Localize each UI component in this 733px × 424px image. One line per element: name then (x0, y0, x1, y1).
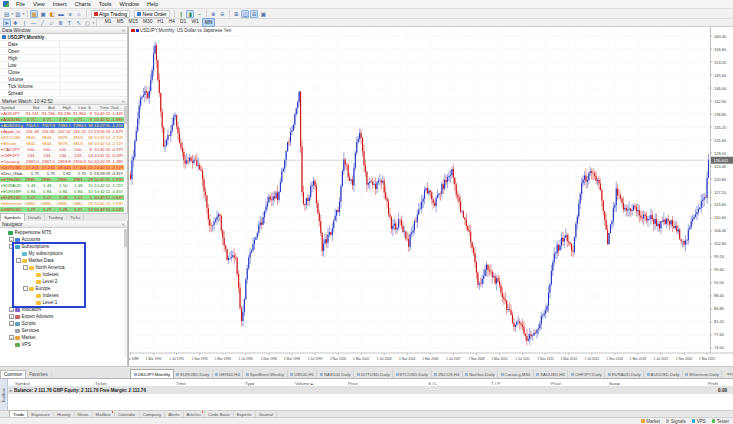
grid-toggle-icon[interactable]: ⊞ (232, 10, 240, 18)
line-chart-icon[interactable]: ~ (195, 10, 203, 18)
column-header[interactable]: Ask (40, 105, 56, 110)
menu-insert[interactable]: Insert (49, 1, 71, 7)
toolbox-col-swap[interactable]: Swap (609, 381, 620, 386)
chart-tab-ethereum-daily[interactable]: Ethereum,Daily (683, 370, 722, 378)
toolbox-col-t-p[interactable]: T / P (491, 381, 500, 386)
menu-view[interactable]: View (29, 1, 49, 7)
expander-icon[interactable]: + (9, 314, 14, 319)
timeframe-m1[interactable]: M1 (103, 18, 114, 27)
crosshair-tool-icon[interactable]: ✚ (12, 19, 20, 27)
toolbox-toggle-icon[interactable]: ▬ (57, 10, 65, 18)
tree-item-indexes[interactable]: Indexes (0, 271, 127, 278)
text-tool-icon[interactable]: T (66, 19, 74, 27)
expander-icon[interactable]: + (9, 237, 14, 242)
tree-item-pepperstone-mt5[interactable]: Pepperstone MT5 (0, 229, 127, 236)
profiles-icon[interactable]: ▥ (14, 10, 22, 18)
chart-tab-jnj-us-h4[interactable]: JNJ.US,H4 (432, 370, 463, 378)
toolbox-vertical-tab[interactable]: Toolbox (0, 379, 8, 411)
expand-icon[interactable]: ▸ (10, 388, 12, 393)
market-watch-scrollbar[interactable] (124, 106, 127, 212)
toolbox-col-symbol[interactable]: Symbol (15, 381, 30, 386)
chart-window[interactable]: 160.40156.80153.20149.60146.00142.40138.… (128, 27, 733, 366)
menu-window[interactable]: Window (116, 1, 144, 7)
timeframe-m30[interactable]: M30 (141, 18, 155, 27)
candles-chart-icon[interactable]: ▮ (186, 10, 194, 18)
tree-item-expert-advisors[interactable]: +Expert Advisors (0, 313, 127, 320)
fibonacci-tool-icon[interactable]: ≣ (57, 19, 65, 27)
toolbox-tab-trade[interactable]: Trade (9, 410, 28, 417)
tab-trading[interactable]: Trading (45, 214, 67, 221)
chart-tab-btcusd-daily[interactable]: BTCUSD,Daily (393, 370, 431, 378)
tab-favorites[interactable]: Favorites (26, 371, 52, 378)
cascade-windows-icon[interactable]: ▣ (259, 10, 267, 18)
chart-tab-nas100-daily[interactable]: NAS100,Daily (317, 370, 354, 378)
algo-trading-button[interactable]: Algo Trading (91, 10, 131, 18)
price-chart[interactable]: 160.40156.80153.20149.60146.00142.40138.… (129, 27, 733, 367)
horizontal-line-tool-icon[interactable]: ― (30, 19, 38, 27)
chart-tab-euraud-daily[interactable]: EURAUD,Daily (605, 370, 644, 378)
menu-help[interactable]: Help (143, 1, 162, 7)
toolbox-col-ticket[interactable]: Ticket (95, 381, 107, 386)
status-vps[interactable]: VPS (692, 419, 706, 424)
vertical-line-tool-icon[interactable]: | (21, 19, 29, 27)
data-window-toggle-icon[interactable]: ▣ (39, 10, 47, 18)
tile-horizontal-icon[interactable]: ◫ (241, 10, 249, 18)
tree-item-my-subscriptions[interactable]: My subscriptions (0, 250, 127, 257)
close-icon[interactable]: ✕ (122, 222, 125, 227)
navigator-toggle-icon[interactable]: ◧ (48, 10, 56, 18)
timeframe-m15[interactable]: M15 (126, 18, 140, 27)
column-header[interactable]: Dail... (110, 105, 123, 110)
tree-item-vps[interactable]: VPS (0, 341, 127, 348)
column-header[interactable]: Bid (24, 105, 40, 110)
tab-common[interactable]: Common (0, 370, 26, 378)
close-icon[interactable]: ✕ (122, 99, 125, 104)
tree-item-market-data[interactable]: -Market Data (0, 257, 127, 264)
menu-charts[interactable]: Charts (70, 1, 94, 7)
chart-tab-ger40-h4[interactable]: GER40,H4 (213, 370, 244, 378)
timeframe-mn[interactable]: MN (202, 18, 216, 27)
new-order-button[interactable]: New Order (134, 10, 170, 18)
market-watch-toggle-icon[interactable]: ▦ (30, 10, 38, 18)
tree-item-level-2[interactable]: Level 2 (0, 278, 127, 285)
zoom-out-icon[interactable]: ⊖ (218, 10, 226, 18)
timeframe-d1[interactable]: D1 (178, 18, 189, 27)
expander-icon[interactable]: + (9, 335, 14, 340)
bars-chart-icon[interactable]: ∥ (177, 10, 185, 18)
toolbox-col-profit[interactable]: Profit (708, 381, 718, 386)
toolbox-col-time[interactable]: Time (176, 381, 186, 386)
chart-tab-eurusd-daily[interactable]: EURUSD,Daily (174, 370, 213, 378)
menu-tools[interactable]: Tools (95, 1, 116, 7)
tree-item-scripts[interactable]: +Scripts (0, 320, 127, 327)
chart-tab-natgas-daily[interactable]: NatGas,Daily (463, 370, 498, 378)
dropdown-caret-icon[interactable]: ▾ (23, 12, 25, 16)
chart-tab-chfjpy-daily[interactable]: CHFJPY,Daily (568, 370, 605, 378)
timeframe-w1[interactable]: W1 (189, 18, 201, 27)
toolbox-col-volume[interactable]: Volume ▴ (295, 381, 313, 386)
chart-tab-dotusd-daily[interactable]: DOTUSD,Daily (354, 370, 393, 378)
expander-icon[interactable]: + (9, 321, 14, 326)
tree-item-services[interactable]: Services (0, 327, 127, 334)
close-icon[interactable]: ✕ (122, 28, 125, 33)
tree-item-market[interactable]: +Market (0, 334, 127, 341)
expander-icon[interactable]: - (23, 286, 28, 291)
new-chart-icon[interactable]: ▤ (3, 10, 11, 18)
tree-item-indexes[interactable]: Indexes (0, 292, 127, 299)
column-header[interactable]: Symbol (0, 105, 24, 110)
timeframe-h1[interactable]: H1 (155, 18, 166, 27)
chart-tab-cocoa-g-m30[interactable]: Cocoa.g,M30 (498, 370, 534, 378)
depth-of-market-icon[interactable]: ≡ (66, 10, 74, 18)
tab-scroll-arrows[interactable]: ◂ ▸ (725, 371, 732, 376)
expander-icon[interactable]: - (16, 258, 21, 263)
zoom-in-icon[interactable]: ⊕ (209, 10, 217, 18)
toolbox-col-price[interactable]: Price (551, 381, 561, 386)
timeframe-h4[interactable]: H4 (167, 18, 178, 27)
status-tester[interactable]: Tester (712, 419, 729, 424)
cursor-tool-icon[interactable]: ➤ (3, 19, 11, 27)
expander-icon[interactable]: - (23, 265, 28, 270)
tree-item-accounts[interactable]: +Accounts (0, 236, 127, 243)
tree-item-europe[interactable]: -Europe (0, 285, 127, 292)
expander-icon[interactable]: + (9, 307, 14, 312)
toolbox-col-type[interactable]: Type (245, 381, 255, 386)
chart-tab-us500-h1[interactable]: US500,H1 (288, 370, 318, 378)
column-header[interactable]: High (56, 105, 72, 110)
